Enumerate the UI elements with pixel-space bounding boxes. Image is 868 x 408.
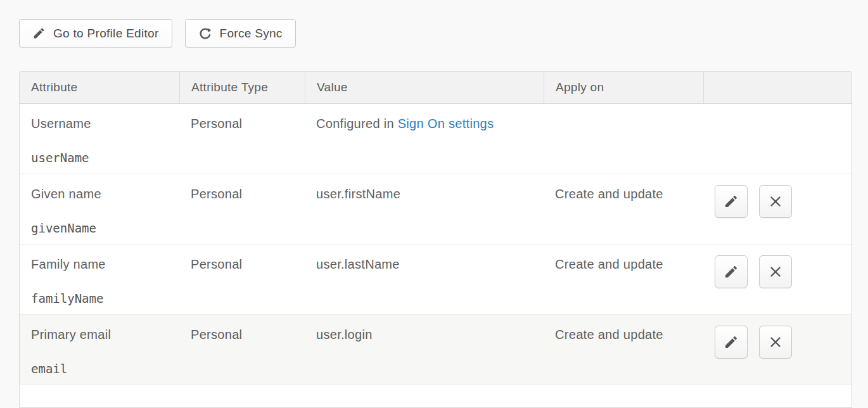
attribute-variable-name: givenName [31,222,173,234]
attribute-cell: Family name familyName [20,245,179,314]
apply-on-value: Create and update [555,187,697,201]
column-header-attribute-type: Attribute Type [179,72,305,103]
column-header-attribute: Attribute [20,72,179,103]
value-text: Configured in [316,117,398,131]
apply-on-cell: Create and update [544,315,703,385]
pencil-icon [724,335,739,350]
attribute-variable-name: familyName [31,293,173,305]
value-text: user.lastName [316,257,537,271]
column-header-actions [703,72,852,103]
actions-cell [703,245,852,314]
value-cell: user.login [305,315,544,385]
attribute-type-value: Personal [191,187,298,201]
table-row: Primary email email Personal user.login … [20,315,852,385]
edit-attribute-button[interactable] [715,185,748,218]
table-row: Username userName Personal Configured in… [20,104,852,174]
apply-on-value: Create and update [555,257,697,271]
attribute-type-value: Personal [191,257,298,271]
remove-attribute-button[interactable] [759,326,792,359]
pencil-icon [724,264,739,279]
value-text: user.firstName [316,187,537,201]
close-icon [768,264,783,279]
button-label: Go to Profile Editor [53,27,159,41]
column-header-apply-on: Apply on [544,72,703,103]
actions-cell [703,174,852,244]
actions-cell [703,315,852,385]
value-cell: user.firstName [305,174,544,244]
column-header-value: Value [305,72,544,103]
value-text: user.login [316,328,537,341]
table-row: Given name givenName Personal user.first… [20,174,852,245]
force-sync-button[interactable]: Force Sync [185,19,296,48]
table-header-row: Attribute Attribute Type Value Apply on [20,72,852,104]
remove-attribute-button[interactable] [759,185,792,218]
attribute-cell: Given name givenName [20,174,179,244]
value-cell: Configured in Sign On settings [305,104,544,174]
attribute-label: Given name [31,187,173,201]
table-row [20,385,852,408]
value-cell: user.lastName [305,245,544,314]
toolbar: Go to Profile Editor Force Sync [19,19,296,48]
table-row: Family name familyName Personal user.las… [20,245,852,315]
apply-on-cell: Create and update [544,245,703,314]
pencil-icon [724,194,739,209]
refresh-icon [198,27,212,41]
attribute-mapping-table: Attribute Attribute Type Value Apply on … [19,71,852,408]
attribute-cell: Primary email email [20,315,179,385]
attribute-type-cell: Personal [179,245,305,314]
attribute-label: Family name [31,257,173,271]
close-icon [768,194,783,209]
attribute-type-value: Personal [191,117,298,131]
close-icon [768,335,783,350]
attribute-type-cell: Personal [179,315,305,385]
attribute-label: Username [31,117,173,131]
attribute-label: Primary email [31,328,173,341]
actions-cell [703,104,852,174]
button-label: Force Sync [220,27,283,41]
apply-on-cell: Create and update [544,174,703,244]
attribute-cell: Username userName [20,104,179,174]
apply-on-value: Create and update [555,328,697,341]
apply-on-cell [544,104,703,174]
attribute-type-value: Personal [191,328,298,341]
pencil-icon [32,27,46,40]
sign-on-settings-link[interactable]: Sign On settings [398,117,494,131]
attribute-variable-name: userName [31,152,173,164]
attribute-variable-name: email [31,363,173,375]
attribute-type-cell: Personal [179,174,305,244]
go-to-profile-editor-button[interactable]: Go to Profile Editor [19,19,172,48]
edit-attribute-button[interactable] [715,326,748,359]
attribute-type-cell: Personal [179,104,305,174]
edit-attribute-button[interactable] [715,255,748,288]
remove-attribute-button[interactable] [759,255,792,288]
